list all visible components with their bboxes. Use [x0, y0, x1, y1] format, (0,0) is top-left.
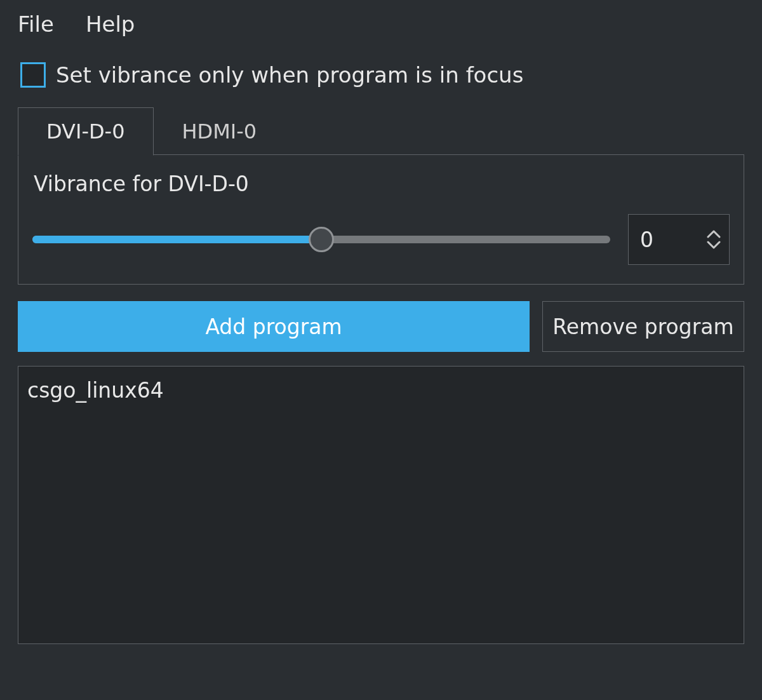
- tab-pane: Vibrance for DVI-D-0 0: [18, 154, 744, 285]
- slider-fill: [32, 236, 321, 243]
- add-program-button[interactable]: Add program: [18, 301, 530, 352]
- vibrance-label: Vibrance for DVI-D-0: [34, 172, 730, 196]
- main-content: Set vibrance only when program is in foc…: [0, 62, 762, 662]
- vibrance-slider[interactable]: [32, 225, 610, 253]
- vibrance-slider-row: 0: [32, 214, 730, 265]
- menu-file[interactable]: File: [18, 11, 54, 37]
- focus-checkbox[interactable]: [20, 62, 46, 88]
- tab-hdmi-0[interactable]: HDMI-0: [154, 107, 286, 156]
- focus-checkbox-label: Set vibrance only when program is in foc…: [56, 62, 523, 88]
- program-button-row: Add program Remove program: [18, 301, 744, 352]
- tab-dvi-d-0[interactable]: DVI-D-0: [18, 107, 154, 156]
- program-list[interactable]: csgo_linux64: [18, 366, 744, 644]
- vibrance-spinbox[interactable]: 0: [628, 214, 730, 265]
- chevron-up-icon: [707, 229, 721, 238]
- remove-program-button[interactable]: Remove program: [542, 301, 744, 352]
- list-item[interactable]: csgo_linux64: [27, 374, 735, 407]
- focus-checkbox-row: Set vibrance only when program is in foc…: [20, 62, 744, 88]
- menu-help[interactable]: Help: [86, 11, 135, 37]
- chevron-down-icon: [707, 241, 721, 250]
- spinbox-up-button[interactable]: [701, 229, 726, 238]
- slider-thumb[interactable]: [309, 227, 334, 252]
- spinbox-down-button[interactable]: [701, 241, 726, 250]
- vibrance-spinbox-arrows: [701, 215, 729, 264]
- tab-strip: DVI-D-0 HDMI-0: [18, 107, 744, 155]
- vibrance-spinbox-value[interactable]: 0: [629, 215, 701, 264]
- menu-bar: File Help: [0, 0, 762, 50]
